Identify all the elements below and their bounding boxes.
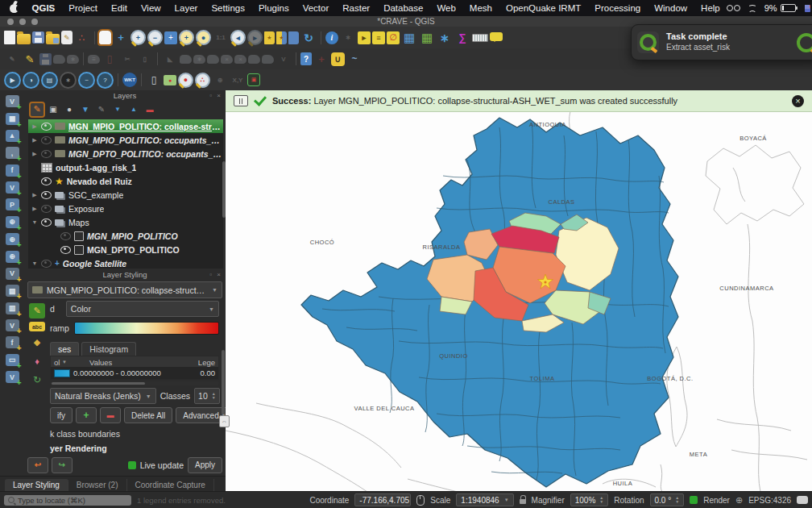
animation-settings-icon[interactable]: ∗ [60, 72, 77, 89]
menu-database[interactable]: Database [377, 3, 430, 13]
labels-tab-icon[interactable]: abc [29, 322, 45, 331]
input-source-flag-icon[interactable] [805, 5, 810, 12]
battery-indicator[interactable]: 9% [764, 3, 796, 13]
hidden-eye-icon[interactable] [41, 150, 52, 158]
dock-tab-layer-styling[interactable]: Layer Styling [5, 479, 68, 491]
layer-row[interactable]: ▶SGC_example [28, 188, 223, 202]
view-3d-tab-icon[interactable]: ◆ [29, 335, 45, 350]
menu-openquake-irmt[interactable]: OpenQuake IRMT [499, 3, 587, 13]
processing-toolbox-icon[interactable]: ∗ [437, 30, 453, 46]
simplify-feature-icon[interactable]: × [221, 55, 233, 64]
hidden-eye-icon[interactable] [41, 205, 52, 213]
lock-scale-icon[interactable] [520, 499, 526, 504]
waveform-icon[interactable]: ~ [78, 72, 95, 89]
menu-processing[interactable]: Processing [588, 3, 648, 13]
reshape-features-icon[interactable] [262, 55, 274, 64]
message-options-icon[interactable] [234, 95, 248, 106]
attribute-table-icon[interactable]: ▦ [401, 30, 417, 46]
layer-checkbox[interactable] [74, 245, 84, 255]
symbology-tab-icon[interactable]: ✎ [29, 303, 45, 319]
copy-coordinates-icon[interactable]: ▯ [146, 72, 162, 88]
cut-features-icon[interactable]: ✂ [119, 51, 135, 67]
classify-button[interactable]: ify [50, 407, 72, 423]
openquake-irmt-icon[interactable]: ∪ [331, 52, 345, 66]
method-combo[interactable]: Color▼ [66, 301, 219, 317]
add-xyz-layer-icon[interactable]: ▤ [6, 285, 19, 297]
column-values[interactable]: Values [86, 356, 195, 368]
bookmark-manager-icon[interactable] [288, 31, 299, 44]
pan-to-selection-icon[interactable]: + [113, 30, 129, 46]
wkt-icon[interactable]: WKT [122, 73, 137, 87]
toggle-editing-icon[interactable]: ✎ [22, 51, 38, 67]
layer-row[interactable]: ▶Exposure [28, 202, 223, 215]
visible-eye-icon[interactable] [41, 123, 52, 131]
time-slider-icon[interactable]: ◑ [23, 72, 39, 89]
collapse-all-icon[interactable]: ▲ [127, 103, 140, 116]
filter-legend-icon[interactable]: ▼ [79, 103, 92, 116]
menu-edit[interactable]: Edit [105, 3, 135, 13]
animation-help-icon[interactable]: ? [97, 72, 114, 89]
open-layer-styling-icon[interactable]: ✎ [31, 103, 44, 116]
history-tab-icon[interactable]: ↻ [29, 372, 45, 387]
menu-window[interactable]: Window [648, 3, 694, 13]
move-feature-icon[interactable] [180, 55, 192, 64]
column-symbol[interactable]: ol ▼ [51, 356, 86, 368]
layer-row[interactable]: ▶MGN_MPIO_POLITICO: occupants_nig... [28, 133, 223, 147]
new-spatialite-layer-icon[interactable]: f [6, 336, 19, 348]
class-values[interactable]: 0.00000000 - 0.00000000 [73, 369, 201, 377]
class-legend[interactable]: 0.00 [201, 369, 219, 377]
new-shapefile-icon[interactable]: V [6, 319, 19, 331]
layer-row[interactable]: ▼Maps [28, 215, 223, 229]
classes-hscrollbar[interactable] [50, 381, 219, 385]
coordinate-input[interactable]: -77.166,4.705 [354, 493, 411, 506]
add-wms-icon[interactable]: ⊕ [6, 216, 19, 228]
classification-mode-combo[interactable]: Natural Breaks (Jenks)▼ [50, 388, 156, 404]
menu-qgis[interactable]: QGIS [25, 3, 62, 13]
symbology-icon[interactable]: ∴ [74, 30, 90, 46]
menu-project[interactable]: Project [62, 3, 105, 13]
render-checkbox[interactable] [690, 496, 698, 504]
new-bookmark-icon[interactable]: ★ [264, 31, 275, 44]
dock-splitter-handle[interactable]: ⇔ [219, 415, 230, 427]
add-class-button[interactable]: + [76, 407, 97, 423]
dock-tab-coordinate-capture[interactable]: Coordinate Capture [127, 479, 214, 491]
diagrams-tab-icon[interactable]: ♦ [29, 353, 45, 369]
rotate-feature-icon[interactable] [207, 55, 219, 64]
zoom-next-icon[interactable]: ▸ [247, 30, 263, 45]
apple-menu-icon[interactable] [10, 4, 19, 13]
refresh-icon[interactable]: ↻ [300, 30, 317, 46]
color-ramp[interactable] [74, 322, 219, 335]
tab-classes[interactable]: ses [50, 342, 79, 356]
add-wfs-icon[interactable]: ⊕ [6, 251, 19, 263]
menu-view[interactable]: View [134, 3, 168, 13]
vertex-tool-icon[interactable]: ∗ [67, 55, 79, 64]
hidden-eye-icon[interactable] [41, 260, 52, 268]
delete-ring-icon[interactable]: × [234, 55, 246, 64]
capture-extent-icon[interactable]: ▣ [247, 73, 260, 86]
manage-map-themes-icon[interactable]: ● [63, 103, 76, 116]
digitize-icon[interactable] [53, 55, 65, 64]
add-spatialite-icon[interactable]: f [6, 164, 19, 177]
mouse-position-icon[interactable] [416, 495, 425, 506]
add-mesh-layer-icon[interactable]: ▲ [6, 130, 19, 142]
identify-icon[interactable]: i [325, 31, 338, 44]
wifi-icon[interactable] [749, 4, 755, 12]
add-vector-tile-icon[interactable]: V [6, 268, 19, 280]
add-raster-layer-icon[interactable]: ▦ [6, 113, 19, 125]
scale-combo[interactable]: 1:1940846▼ [456, 493, 513, 506]
visible-eye-icon[interactable] [60, 246, 71, 254]
menu-mesh[interactable]: Mesh [462, 3, 499, 13]
tab-histogram[interactable]: Histogram [81, 342, 136, 356]
zoom-to-points-icon[interactable]: ∴ [195, 73, 210, 88]
menu-layer[interactable]: Layer [168, 3, 205, 13]
measure-icon[interactable] [472, 34, 488, 42]
column-legend[interactable]: Lege [195, 356, 218, 368]
visible-eye-icon[interactable] [41, 177, 52, 185]
whats-this-icon[interactable]: ? [300, 52, 312, 65]
layer-row[interactable]: ★Nevado del Ruiz [28, 174, 223, 188]
map-tips-icon[interactable] [490, 32, 503, 41]
link-class-boundaries[interactable]: k class boundaries [50, 428, 219, 439]
globe-icon[interactable]: ⊕ [212, 72, 228, 88]
add-wcs-icon[interactable]: ⊕ [6, 233, 19, 245]
open-project-icon[interactable] [17, 34, 31, 44]
